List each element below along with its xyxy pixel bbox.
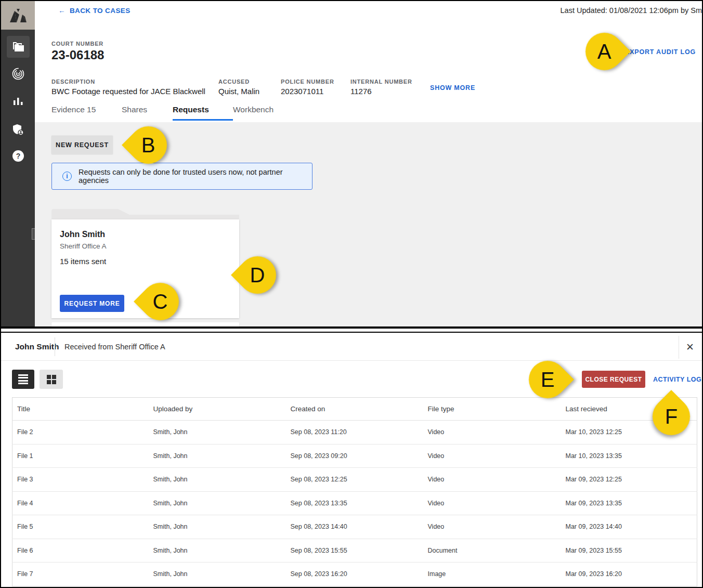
tab-workbench[interactable]: Workbench <box>233 105 285 121</box>
grid-view-icon <box>47 375 56 384</box>
request-detail-panel: John Smith Received from Sheriff Office … <box>1 333 702 587</box>
table-row[interactable]: File 1Smith, JohnSep 08, 2023 09:20Video… <box>12 444 697 468</box>
field-label: POLICE NUMBER <box>281 79 350 85</box>
requests-tab-content: NEW REQUEST i Requests can only be done … <box>35 122 702 326</box>
tab-shares[interactable]: Shares <box>122 105 173 121</box>
table-cell: Smith, John <box>149 515 286 539</box>
info-icon: i <box>62 172 72 181</box>
table-row[interactable]: File 5Smith, JohnSep 08, 2023 14:40Video… <box>12 515 697 539</box>
field-value: Quist, Malin <box>218 87 281 96</box>
table-cell: Mar 09, 2023 14:40 <box>561 515 697 539</box>
table-cell: Sep 08, 2023 16:20 <box>286 563 423 586</box>
table-header-row: TitleUploaded byCreated onFile typeLast … <box>12 398 697 421</box>
table-cell: Smith, John <box>149 563 286 586</box>
table-row[interactable]: File 7Smith, JohnSep 08, 2023 16:20Image… <box>12 563 697 586</box>
table-cell: Video <box>423 491 561 515</box>
list-view-toggle[interactable] <box>12 370 34 389</box>
table-cell: File 2 <box>12 421 149 445</box>
app-sidebar: ? <box>1 1 35 326</box>
screenshot-root: ? › ← BACK TO CASES Last Updated: 01/08/… <box>0 0 703 588</box>
close-request-button[interactable]: CLOSE REQUEST <box>582 371 645 388</box>
column-header: Created on <box>286 398 423 421</box>
column-header: Title <box>12 398 149 421</box>
new-request-button[interactable]: NEW REQUEST <box>51 136 113 154</box>
table-cell: Smith, John <box>149 539 286 563</box>
field-value: 11276 <box>350 87 430 96</box>
table-cell: Sep 08, 2023 15:55 <box>286 539 423 563</box>
app-logo[interactable] <box>1 1 35 30</box>
sidebar-item-security[interactable] <box>1 122 35 138</box>
sidebar-item-cases[interactable] <box>7 36 30 58</box>
show-more-link[interactable]: SHOW MORE <box>430 84 475 96</box>
table-cell: Sep 08, 2023 12:25 <box>286 468 423 492</box>
help-icon: ? <box>11 149 25 163</box>
field-label: ACCUSED <box>218 79 281 85</box>
sidebar-item-help[interactable]: ? <box>1 148 35 164</box>
last-updated-text: Last Updated: 01/08/2021 12:06pm by Sm <box>561 6 702 15</box>
field-description: DESCRIPTION BWC Footage requested for JA… <box>51 79 218 96</box>
field-accused: ACCUSED Quist, Malin <box>218 79 281 96</box>
fingerprint-icon <box>11 67 25 81</box>
table-cell: Video <box>423 444 561 468</box>
table-cell: Smith, John <box>149 444 286 468</box>
sidebar-item-search[interactable] <box>1 64 35 83</box>
table-cell: Document <box>423 539 561 563</box>
bar-chart-icon <box>12 96 24 107</box>
request-card-agency: Sheriff Office A <box>60 242 107 250</box>
request-card-items-sent: 15 items sent <box>60 257 106 266</box>
case-detail-panel: ? › ← BACK TO CASES Last Updated: 01/08/… <box>1 1 702 326</box>
table-row[interactable]: File 4Smith, JohnSep 08, 2023 13:35Video… <box>12 491 697 515</box>
table-cell: Mar 10, 2023 12:25 <box>561 421 697 445</box>
table-cell: Smith, John <box>149 421 286 445</box>
table-cell: Smith, John <box>149 468 286 492</box>
table-row[interactable]: File 3Smith, JohnSep 08, 2023 12:25Video… <box>12 468 697 492</box>
field-label: INTERNAL NUMBER <box>350 79 430 85</box>
grid-view-toggle[interactable] <box>40 370 63 389</box>
table-cell: Video <box>423 421 561 445</box>
request-card-name: John Smith <box>60 230 105 239</box>
table-cell: Video <box>423 468 561 492</box>
field-value: BWC Footage requested for JACE Blackwell <box>51 87 218 96</box>
table-cell: File 1 <box>12 444 149 468</box>
close-icon[interactable]: ✕ <box>683 340 697 354</box>
request-owner-name: John Smith <box>15 342 59 351</box>
column-header: Last recieved <box>561 398 697 421</box>
back-to-cases-label: BACK TO CASES <box>70 7 131 15</box>
table-cell: Sep 08, 2023 11:20 <box>286 421 423 445</box>
folder-icon <box>12 42 24 52</box>
activity-log-link[interactable]: ACTIVITY LOG <box>653 376 701 383</box>
request-more-button[interactable]: REQUEST MORE <box>60 295 124 312</box>
court-number-value: 23-06188 <box>51 48 104 62</box>
tab-evidence[interactable]: Evidence 15 <box>51 105 122 121</box>
table-cell: File 3 <box>12 468 149 492</box>
table-row[interactable]: File 2Smith, JohnSep 08, 2023 11:20Video… <box>12 421 697 445</box>
sidebar-item-analytics[interactable] <box>1 94 35 109</box>
case-tabs: Evidence 15 Shares Requests Workbench <box>51 105 285 121</box>
folder-tab-shape <box>51 209 239 219</box>
table-cell: Mar 10, 2023 13:35 <box>561 444 697 468</box>
request-card[interactable]: John Smith Sheriff Office A 15 items sen… <box>51 209 239 318</box>
table-cell: Mar 09, 2023 15:55 <box>561 539 697 563</box>
table-cell: File 5 <box>12 515 149 539</box>
tab-requests[interactable]: Requests <box>173 105 233 121</box>
field-police-number: POLICE NUMBER 2023071011 <box>281 79 350 96</box>
table-row[interactable]: File 6Smith, JohnSep 08, 2023 15:55Docum… <box>12 539 697 563</box>
table-cell: Smith, John <box>149 491 286 515</box>
table-body: File 2Smith, JohnSep 08, 2023 11:20Video… <box>12 421 697 586</box>
export-audit-log-link[interactable]: EXPORT AUDIT LOG <box>625 48 696 56</box>
table-cell: Sep 08, 2023 14:40 <box>286 515 423 539</box>
field-internal-number: INTERNAL NUMBER 11276 <box>350 79 430 96</box>
info-banner: i Requests can only be done for trusted … <box>51 163 313 190</box>
column-header: File type <box>423 398 561 421</box>
table-cell: Image <box>423 563 561 586</box>
table-cell: File 6 <box>12 539 149 563</box>
court-number-label: COURT NUMBER <box>51 41 103 47</box>
table-cell: Mar 09, 2023 16:20 <box>561 563 697 586</box>
field-label: DESCRIPTION <box>51 79 218 85</box>
back-to-cases-link[interactable]: ← BACK TO CASES <box>58 7 131 15</box>
shield-user-icon <box>11 123 25 137</box>
table-cell: Mar 09, 2023 12:25 <box>561 468 697 492</box>
request-card-body: John Smith Sheriff Office A 15 items sen… <box>51 219 239 318</box>
table-cell: File 4 <box>12 491 149 515</box>
list-view-icon <box>18 374 28 385</box>
